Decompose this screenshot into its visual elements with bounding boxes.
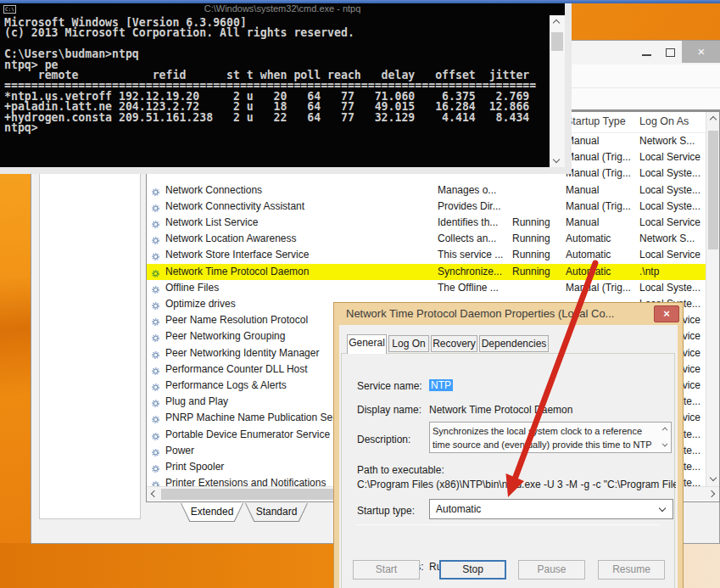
stop-button[interactable]: Stop — [439, 560, 506, 580]
path-label: Path to executable: — [357, 464, 444, 476]
gear-icon — [151, 412, 160, 422]
separator — [357, 524, 660, 525]
description-label: Description: — [357, 434, 410, 445]
scroll-right-icon[interactable] — [708, 490, 715, 497]
cell-name: Network Store Interface Service — [165, 249, 435, 260]
cell-name: Network List Service — [165, 216, 435, 228]
startup-type-value: Automatic — [436, 503, 481, 515]
cell-name: Network Connections — [165, 184, 435, 196]
description-box[interactable]: Synchronizes the local system clock to a… — [429, 422, 672, 453]
service-row-network-list-service[interactable]: Network List ServiceIdentifies th...Runn… — [147, 215, 706, 231]
scroll-down-icon[interactable] — [710, 474, 717, 481]
cmd-title: C:\Windows\system32\cmd.exe - ntpq — [0, 3, 565, 15]
pause-button[interactable]: Pause — [518, 560, 585, 580]
service-row-network-connectivity-assistant[interactable]: Network Connectivity AssistantProvides D… — [147, 199, 706, 215]
cell-startup_type: Manual — [566, 216, 637, 228]
cell-description: The Offline ... — [438, 282, 509, 294]
window-top-edge — [0, 0, 720, 3]
cmd-scrollbar[interactable] — [550, 15, 565, 167]
maximize-button[interactable] — [660, 45, 682, 60]
service-row-offline-files[interactable]: Offline FilesThe Offline ...Manual (Trig… — [147, 280, 706, 296]
cell-description: This service ... — [438, 249, 509, 260]
scroll-down-icon[interactable] — [662, 441, 668, 447]
startup-type-label: Startup type: — [357, 505, 415, 517]
view-tab-extended[interactable]: Extended — [181, 503, 243, 522]
scroll-up-icon[interactable] — [553, 20, 560, 26]
cell-log_on_as: Local Service — [639, 151, 706, 163]
cell-log_on_as: Local Syste... — [639, 282, 706, 294]
gear-icon — [151, 396, 160, 406]
cell-log_on_as: Local Service — [639, 249, 706, 260]
scrollbar-thumb[interactable] — [551, 32, 563, 51]
dropdown-chevron-icon[interactable] — [659, 505, 666, 512]
gear-icon — [151, 315, 160, 324]
dialog-tab-dependencies[interactable]: Dependencies — [479, 335, 549, 352]
service-row-network-location-awareness[interactable]: Network Location AwarenessCollects an...… — [147, 231, 706, 247]
cell-startup_type: Manual (Trig... — [566, 167, 637, 179]
start-button[interactable]: Start — [353, 560, 420, 580]
gear-icon — [151, 266, 160, 276]
cell-startup_type: Manual (Trig... — [566, 151, 637, 163]
scroll-left-icon[interactable] — [151, 490, 158, 497]
cell-status: Running — [512, 249, 561, 260]
cell-name: Network Connectivity Assistant — [165, 200, 435, 212]
path-value: C:\Program Files (x86)\NTP\bin\ntpd.exe … — [357, 479, 676, 490]
dialog-close-button[interactable]: × — [654, 305, 679, 322]
gear-icon — [151, 462, 160, 471]
view-tab-standard[interactable]: Standard — [245, 503, 308, 522]
cell-log_on_as: Local Service — [639, 216, 706, 228]
minimize-button[interactable] — [636, 45, 658, 60]
dialog-tab-general[interactable]: General — [347, 334, 387, 354]
cell-description: Manages o... — [438, 184, 509, 196]
cell-description: Provides Dir... — [438, 200, 509, 212]
gear-icon — [151, 364, 160, 373]
column-header-log-on-as[interactable]: Log On As — [639, 115, 689, 127]
cell-name: Offline Files — [165, 282, 435, 294]
cell-log_on_as: Local Syste... — [639, 184, 706, 196]
console-text: Microsoft Windows [Version 6.3.9600] (c)… — [4, 18, 547, 133]
cell-log_on_as: Network S... — [639, 135, 706, 147]
service-name-label: Service name: — [357, 380, 422, 392]
gear-icon — [151, 299, 160, 308]
gear-icon — [151, 217, 160, 227]
scroll-up-icon[interactable] — [710, 116, 717, 123]
cell-status: Running — [512, 232, 561, 244]
dialog-tab-recovery[interactable]: Recovery — [431, 335, 477, 352]
gear-icon — [151, 331, 160, 340]
gear-icon — [151, 429, 160, 439]
cell-startup_type: Automatic — [566, 249, 637, 260]
dialog-body: GeneralLog OnRecoveryDependencies Servic… — [339, 325, 678, 588]
gear-icon — [151, 249, 160, 259]
screen: { "colors": { "accent_orange": "#ef8c12"… — [0, 0, 720, 588]
cell-log_on_as: .\ntp — [639, 266, 706, 277]
cell-startup_type: Automatic — [566, 232, 637, 244]
cell-status: Running — [512, 266, 561, 277]
vertical-scrollbar[interactable] — [706, 112, 719, 486]
cell-description: Synchronize... — [438, 266, 509, 277]
startup-type-combobox[interactable]: Automatic — [429, 499, 673, 519]
gear-icon — [151, 283, 160, 292]
gear-icon — [151, 478, 160, 486]
gear-icon — [151, 233, 160, 243]
cell-name: Network Time Protocol Daemon — [165, 266, 435, 277]
ntp-properties-dialog: Network Time Protocol Daemon Properties … — [333, 302, 684, 588]
minimize-icon — [642, 54, 651, 56]
scrollbar-thumb[interactable] — [708, 131, 718, 249]
scroll-up-icon[interactable] — [662, 428, 668, 434]
scroll-down-icon[interactable] — [553, 156, 560, 163]
close-button[interactable]: × — [682, 41, 720, 63]
cmd-console[interactable]: C:\ C:\Windows\system32\cmd.exe - ntpq M… — [0, 3, 565, 167]
resume-button[interactable]: Resume — [598, 560, 665, 580]
cell-log_on_as: Network S... — [639, 232, 706, 244]
service-row-network-time-protocol-daemon[interactable]: Network Time Protocol DaemonSynchronize.… — [147, 264, 706, 280]
dialog-title: Network Time Protocol Daemon Properties … — [346, 307, 614, 320]
service-row-network-connections[interactable]: Network ConnectionsManages o...ManualLoc… — [147, 182, 706, 199]
column-header-startup-type[interactable]: Startup Type — [566, 115, 626, 127]
view-tab-label: Standard — [246, 503, 307, 521]
close-icon: × — [698, 44, 706, 59]
dialog-tab-log-on[interactable]: Log On — [388, 335, 429, 352]
service-row-network-store-interface-service[interactable]: Network Store Interface ServiceThis serv… — [147, 247, 706, 263]
cell-name: Network Location Awareness — [165, 232, 435, 244]
gear-icon — [151, 445, 160, 455]
description-text: Synchronizes the local system clock to a… — [433, 424, 658, 451]
